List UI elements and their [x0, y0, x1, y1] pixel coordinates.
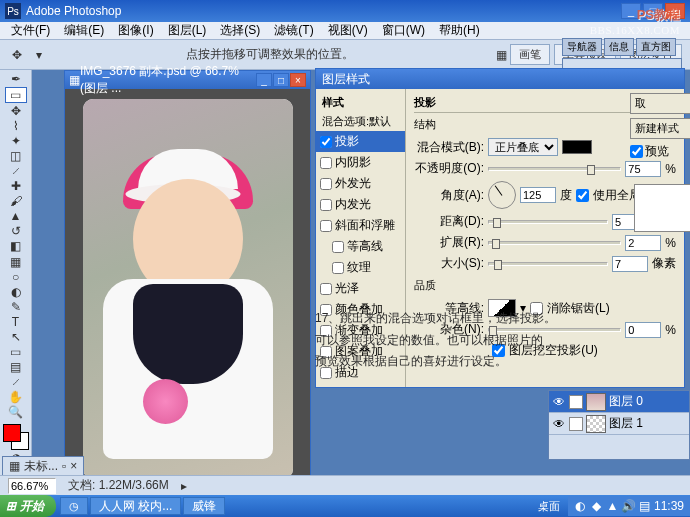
network-icon[interactable]: ▤: [638, 500, 651, 513]
link-icon[interactable]: [569, 417, 583, 431]
brush-tool[interactable]: 🖌: [5, 194, 27, 208]
history-brush-tool[interactable]: ↺: [5, 224, 27, 238]
style-contour[interactable]: 等高线: [316, 236, 405, 257]
info-tab[interactable]: 信息: [604, 38, 634, 56]
satin-checkbox[interactable]: [320, 283, 332, 295]
palette-toggle-icon[interactable]: ▦: [492, 46, 510, 64]
visibility-icon[interactable]: 👁: [552, 395, 566, 409]
drop-shadow-checkbox[interactable]: [320, 136, 332, 148]
spread-slider[interactable]: [488, 241, 621, 245]
stamp-tool[interactable]: ▲: [5, 209, 27, 223]
nav-tab[interactable]: 导航器: [562, 38, 602, 56]
slice-tool[interactable]: ⟋: [5, 164, 27, 178]
doc-close[interactable]: ×: [290, 73, 306, 87]
notes-tool[interactable]: ▤: [5, 360, 27, 374]
style-drop-shadow[interactable]: 投影: [316, 131, 405, 152]
preview-checkbox[interactable]: [630, 145, 643, 158]
layer-row[interactable]: 👁 图层 0: [549, 391, 689, 413]
move-tool-icon[interactable]: ✥: [8, 46, 26, 64]
clock[interactable]: 11:39: [654, 499, 684, 513]
histogram-tab[interactable]: 直方图: [636, 38, 676, 56]
styles-heading[interactable]: 样式: [316, 93, 405, 112]
menu-help[interactable]: 帮助(H): [433, 21, 486, 40]
contour-checkbox[interactable]: [332, 241, 344, 253]
doc-minimize[interactable]: _: [256, 73, 272, 87]
path-select-tool[interactable]: ↖: [5, 330, 27, 344]
tray-icon[interactable]: ◆: [590, 500, 603, 513]
lasso-tool[interactable]: ⌇: [5, 119, 27, 133]
zoom-tool[interactable]: 🔍: [5, 405, 27, 419]
layer-thumbnail[interactable]: [586, 393, 606, 411]
tab-restore-icon[interactable]: ▫: [62, 459, 66, 473]
eyedropper-tool[interactable]: ⟋: [5, 375, 27, 389]
menu-filter[interactable]: 滤镜(T): [268, 21, 319, 40]
shadow-color-chip[interactable]: [562, 140, 592, 154]
layer-name[interactable]: 图层 1: [609, 415, 643, 432]
menu-file[interactable]: 文件(F): [5, 21, 56, 40]
link-icon[interactable]: [569, 395, 583, 409]
dodge-tool[interactable]: ◐: [5, 285, 27, 299]
brushes-button[interactable]: 画笔: [510, 44, 550, 65]
bevel-checkbox[interactable]: [320, 220, 332, 232]
size-slider[interactable]: [488, 262, 608, 266]
menu-window[interactable]: 窗口(W): [376, 21, 431, 40]
angle-input[interactable]: [520, 187, 556, 203]
style-bevel[interactable]: 斜面和浮雕: [316, 215, 405, 236]
volume-icon[interactable]: 🔊: [622, 500, 635, 513]
system-tray[interactable]: ◐ ◆ ▲ 🔊 ▤ 11:39: [568, 496, 690, 516]
visibility-icon[interactable]: 👁: [552, 417, 566, 431]
healing-tool[interactable]: ✚: [5, 179, 27, 193]
start-button[interactable]: ⊞ 开始: [0, 495, 56, 517]
shape-tool[interactable]: ▭: [5, 345, 27, 359]
move-tool[interactable]: ✥: [5, 104, 27, 118]
foreground-color[interactable]: [3, 424, 21, 442]
layer-style-title[interactable]: 图层样式: [316, 69, 684, 89]
doc-maximize[interactable]: □: [273, 73, 289, 87]
zoom-input[interactable]: [8, 478, 56, 494]
taskbar-item[interactable]: 人人网 校内...: [90, 497, 181, 515]
magic-wand-tool[interactable]: ✦: [5, 134, 27, 148]
menu-layer[interactable]: 图层(L): [162, 21, 213, 40]
blend-options-default[interactable]: 混合选项:默认: [316, 112, 405, 131]
dropdown-icon[interactable]: ▾: [30, 46, 48, 64]
layer-name[interactable]: 图层 0: [609, 393, 643, 410]
feather-icon[interactable]: ✒: [5, 72, 27, 86]
global-light-checkbox[interactable]: [576, 189, 589, 202]
menu-view[interactable]: 视图(V): [322, 21, 374, 40]
blur-tool[interactable]: ○: [5, 270, 27, 284]
document-canvas[interactable]: [65, 89, 310, 489]
crop-tool[interactable]: ◫: [5, 149, 27, 163]
style-inner-glow[interactable]: 内发光: [316, 194, 405, 215]
style-outer-glow[interactable]: 外发光: [316, 173, 405, 194]
angle-dial[interactable]: [488, 181, 516, 209]
document-titlebar[interactable]: ▦ IMG_3676 副本.psd @ 66.7% (图层 ... _ □ ×: [65, 71, 310, 89]
blend-mode-select[interactable]: 正片叠底: [488, 138, 558, 156]
ok-button[interactable]: 取: [630, 93, 690, 114]
menu-image[interactable]: 图像(I): [112, 21, 159, 40]
tab-close-icon[interactable]: ×: [70, 459, 77, 473]
desktop-label[interactable]: 桌面: [530, 499, 568, 514]
hand-tool[interactable]: ✋: [5, 390, 27, 404]
menu-edit[interactable]: 编辑(E): [58, 21, 110, 40]
status-menu-icon[interactable]: ▸: [181, 479, 187, 493]
size-input[interactable]: [612, 256, 648, 272]
outer-glow-checkbox[interactable]: [320, 178, 332, 190]
style-satin[interactable]: 光泽: [316, 278, 405, 299]
tray-icon[interactable]: ▲: [606, 500, 619, 513]
opacity-slider[interactable]: [488, 167, 621, 171]
inner-glow-checkbox[interactable]: [320, 199, 332, 211]
taskbar-item[interactable]: 威锋: [183, 497, 225, 515]
quicklaunch-item[interactable]: ◷: [60, 497, 88, 515]
style-inner-shadow[interactable]: 内阴影: [316, 152, 405, 173]
inner-shadow-checkbox[interactable]: [320, 157, 332, 169]
type-tool[interactable]: T: [5, 315, 27, 329]
new-style-button[interactable]: 新建样式: [630, 118, 690, 139]
texture-checkbox[interactable]: [332, 262, 344, 274]
tray-icon[interactable]: ◐: [574, 500, 587, 513]
marquee-tool[interactable]: ▭: [5, 87, 27, 103]
opacity-input[interactable]: [625, 161, 661, 177]
layer-row[interactable]: 👁 图层 1: [549, 413, 689, 435]
minimized-doc-tab[interactable]: ▦ 未标... ▫ ×: [2, 456, 84, 477]
menu-select[interactable]: 选择(S): [214, 21, 266, 40]
gradient-tool[interactable]: ▦: [5, 255, 27, 269]
